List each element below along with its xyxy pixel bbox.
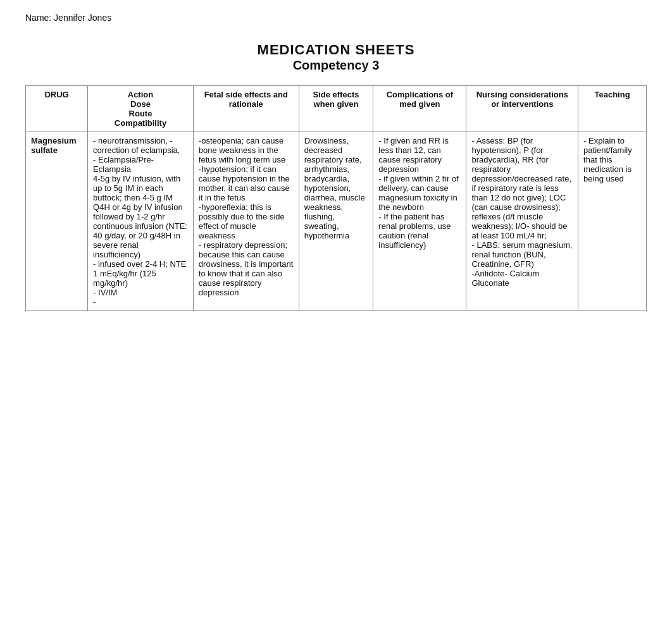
col-header-nursing: Nursing considerations or interventions — [466, 86, 578, 132]
cell-drug: Magnesium sulfate — [26, 132, 88, 311]
col-header-side: Side effects when given — [299, 86, 373, 132]
col-header-drug: DRUG — [26, 86, 88, 132]
table-row: Magnesium sulfate- neurotransmission, - … — [26, 132, 647, 311]
cell-side: Drowsiness, decreased respiratory rate, … — [299, 132, 373, 311]
title-line2: Competency 3 — [25, 58, 647, 73]
cell-fetal: -osteopenia; can cause bone weakness in … — [193, 132, 299, 311]
medication-table: DRUG ActionDoseRouteCompatibility Fetal … — [25, 85, 647, 311]
table-header-row: DRUG ActionDoseRouteCompatibility Fetal … — [26, 86, 647, 132]
col-header-fetal: Fetal side effects and rationale — [193, 86, 299, 132]
cell-action: - neurotransmission, - correction of ecl… — [88, 132, 194, 311]
col-header-teaching: Teaching — [578, 86, 647, 132]
cell-nursing: - Assess: BP (for hypotension), P (for b… — [466, 132, 578, 311]
name-label: Name: Jennifer Jones — [25, 13, 647, 23]
col-header-action: ActionDoseRouteCompatibility — [88, 86, 194, 132]
col-header-comp: Complications of med given — [373, 86, 466, 132]
title-line1: MEDICATION SHEETS — [25, 42, 647, 58]
page-title: MEDICATION SHEETS Competency 3 — [25, 42, 647, 73]
cell-comp: - If given and RR is less than 12, can c… — [373, 132, 466, 311]
cell-teaching: - Explain to patient/family that this me… — [578, 132, 647, 311]
